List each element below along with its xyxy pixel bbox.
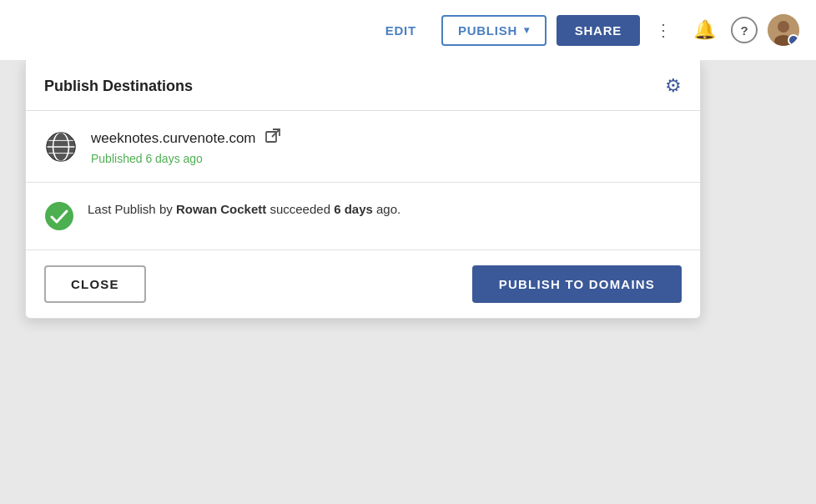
avatar-badge [788, 34, 799, 46]
share-button[interactable]: SHARE [557, 15, 640, 46]
topbar: EDIT PUBLISH ▾ SHARE ⋮ 🔔 ? [0, 0, 816, 60]
publish-label: PUBLISH [458, 23, 517, 38]
publish-button[interactable]: PUBLISH ▾ [441, 15, 547, 46]
publish-to-domains-button[interactable]: PUBLISH TO DOMAINS [472, 265, 682, 303]
publish-dropdown-panel: Publish Destinations ⚙ weeknotes.curveno… [25, 60, 701, 319]
more-options-icon[interactable]: ⋮ [650, 15, 678, 45]
success-text: Last Publish by Rowan Cockett succeeded … [88, 199, 400, 219]
bell-icon[interactable]: 🔔 [688, 14, 721, 46]
panel-title: Publish Destinations [44, 78, 193, 95]
success-suffix: ago. [373, 202, 400, 216]
domain-status: Published 6 days ago [91, 152, 281, 165]
avatar[interactable] [768, 14, 799, 46]
main-area: Publish Destinations ⚙ weeknotes.curveno… [0, 60, 816, 504]
edit-button[interactable]: EDIT [370, 17, 431, 44]
svg-point-11 [45, 202, 73, 230]
actions-row: CLOSE PUBLISH TO DOMAINS [26, 250, 700, 318]
domain-row: weeknotes.curvenote.com Published 6 days… [26, 111, 700, 183]
success-row: Last Publish by Rowan Cockett succeeded … [26, 183, 700, 250]
close-button[interactable]: CLOSE [44, 265, 146, 303]
success-mid: succeeded [266, 202, 334, 216]
success-time: 6 days [334, 202, 373, 216]
chevron-down-icon: ▾ [524, 24, 530, 36]
success-author: Rowan Cockett [176, 202, 266, 216]
domain-name-row: weeknotes.curvenote.com [91, 128, 281, 149]
svg-point-1 [778, 21, 789, 33]
domain-info: weeknotes.curvenote.com Published 6 days… [91, 128, 281, 165]
gear-icon[interactable]: ⚙ [665, 75, 682, 97]
panel-header: Publish Destinations ⚙ [26, 60, 700, 111]
check-icon [44, 201, 74, 231]
help-icon[interactable]: ? [731, 17, 758, 43]
external-link-icon[interactable] [264, 128, 281, 149]
domain-name: weeknotes.curvenote.com [91, 130, 256, 147]
success-prefix: Last Publish by [88, 202, 176, 216]
globe-icon [44, 130, 78, 164]
